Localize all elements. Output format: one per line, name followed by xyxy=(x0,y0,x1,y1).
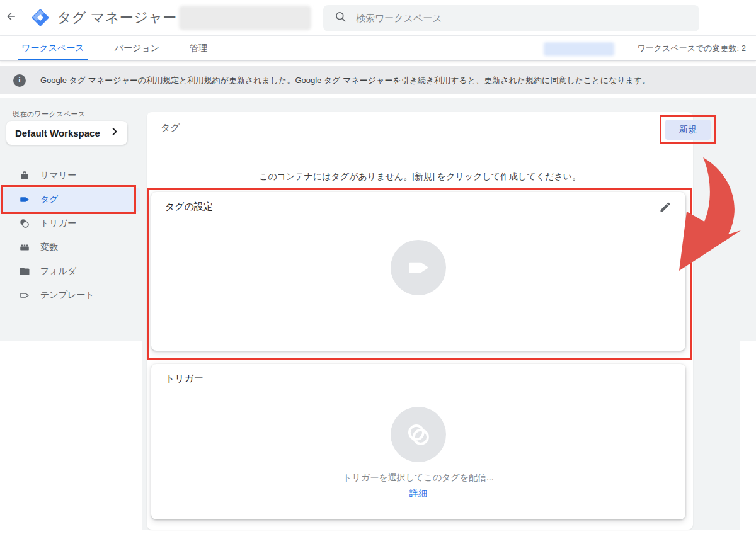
tag-setup-title: タグの設定 xyxy=(165,201,213,213)
trigger-icon xyxy=(19,218,30,229)
sidebar-item-label: 変数 xyxy=(40,242,58,253)
tab-workspace-label: ワークスペース xyxy=(21,43,84,54)
workspace-search-input[interactable]: 検索ワークスペース xyxy=(323,5,699,31)
variable-icon xyxy=(19,242,30,253)
empty-container-message: このコンテナにはタグがありません。[新規] をクリックして作成してください。 xyxy=(147,171,693,183)
terms-notice-banner: i Google タグ マネージャーの利用規定と利用規約が更新されました。Goo… xyxy=(0,66,756,94)
trigger-card-hint: トリガーを選択してこのタグを配信... xyxy=(151,472,685,484)
back-button[interactable] xyxy=(0,0,23,36)
sidebar-item-label: サマリー xyxy=(40,170,76,181)
tag-type-icon xyxy=(391,240,446,295)
sidebar-item-triggers[interactable]: トリガー xyxy=(0,212,140,235)
sidebar-item-templates[interactable]: テンプレート xyxy=(0,283,140,307)
current-workspace-label: 現在のワークスペース xyxy=(13,110,86,119)
redacted-container-id xyxy=(544,42,614,56)
back-arrow-icon xyxy=(5,10,18,25)
tags-panel-title: タグ xyxy=(161,122,180,134)
sidebar-item-tags[interactable]: タグ xyxy=(0,188,140,212)
folder-icon xyxy=(19,266,30,277)
search-icon xyxy=(335,11,347,26)
sidebar-item-variables[interactable]: 変数 xyxy=(0,235,140,259)
tag-icon xyxy=(19,194,30,205)
tab-workspace[interactable]: ワークスペース xyxy=(18,36,88,60)
trigger-details-link[interactable]: 詳細 xyxy=(151,488,685,499)
summary-icon xyxy=(19,170,30,181)
content-area: 現在のワークスペース Default Workspace サマリー xyxy=(0,94,756,539)
active-tab-underline xyxy=(18,59,88,60)
trigger-card[interactable]: トリガー トリガーを選択してこのタグを配信... 詳細 xyxy=(151,364,685,519)
trigger-card-title: トリガー xyxy=(165,373,203,385)
sidebar-item-label: トリガー xyxy=(40,218,76,229)
search-placeholder: 検索ワークスペース xyxy=(356,13,442,25)
terms-notice-text: Google タグ マネージャーの利用規定と利用規約が更新されました。Googl… xyxy=(40,75,650,86)
sidebar-item-folders[interactable]: フォルダ xyxy=(0,259,140,283)
app-header: タグ マネージャー 検索ワークスペース xyxy=(0,0,756,36)
sidebar-item-label: テンプレート xyxy=(40,290,94,301)
tab-versions[interactable]: バージョン xyxy=(111,36,163,60)
sidebar-item-label: タグ xyxy=(40,194,59,205)
tag-setup-card[interactable]: タグの設定 タグタイプを選択して設定を開始... 詳細 xyxy=(151,192,685,351)
new-tag-button[interactable]: 新規 xyxy=(665,120,711,140)
header-divider xyxy=(23,0,23,36)
workspace-selector[interactable]: Default Workspace xyxy=(6,121,127,145)
gtm-page: タグ マネージャー 検索ワークスペース ワークスペース バージョン 管理 ワーク… xyxy=(0,0,756,539)
workspace-changes-count: ワークスペースでの変更数: 2 xyxy=(637,36,746,61)
tab-versions-label: バージョン xyxy=(115,43,159,54)
template-icon xyxy=(19,290,30,301)
sidebar-menu: サマリー タグ トリガー xyxy=(0,164,140,307)
app-title: タグ マネージャー xyxy=(57,8,177,27)
workspace-tabs-bar: ワークスペース バージョン 管理 ワークスペースでの変更数: 2 xyxy=(0,36,756,61)
trigger-type-icon xyxy=(391,407,446,462)
edit-icon[interactable] xyxy=(659,201,672,213)
tab-admin-label: 管理 xyxy=(190,43,207,54)
sidebar-item-label: フォルダ xyxy=(40,266,76,277)
gtm-logo xyxy=(31,8,50,27)
sidebar-item-summary[interactable]: サマリー xyxy=(0,164,140,188)
workspace-name: Default Workspace xyxy=(15,128,100,139)
chevron-right-icon xyxy=(108,125,121,140)
redacted-container-name xyxy=(179,6,311,30)
tab-admin[interactable]: 管理 xyxy=(186,36,211,60)
info-icon: i xyxy=(13,74,26,87)
